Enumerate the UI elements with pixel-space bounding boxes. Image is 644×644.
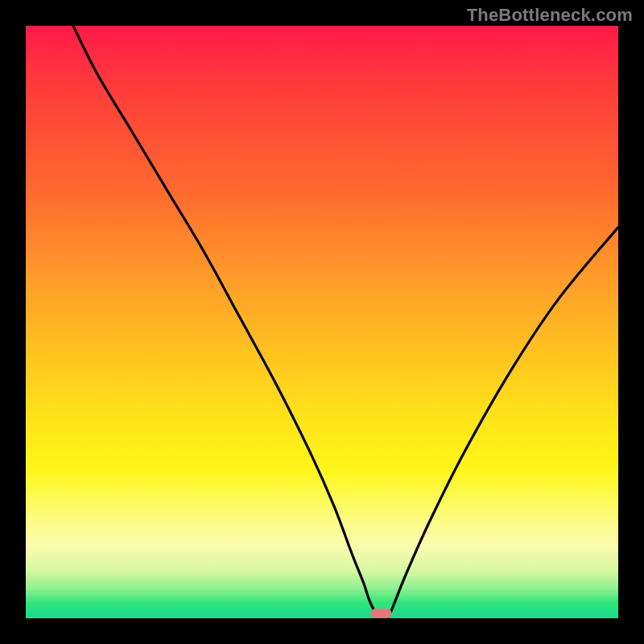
chart-frame: TheBottleneck.com [0,0,644,644]
watermark-text: TheBottleneck.com [467,5,633,26]
plot-area [26,26,618,618]
minimum-marker [371,609,392,618]
bottleneck-curve [73,26,618,618]
curve-layer [26,26,618,618]
